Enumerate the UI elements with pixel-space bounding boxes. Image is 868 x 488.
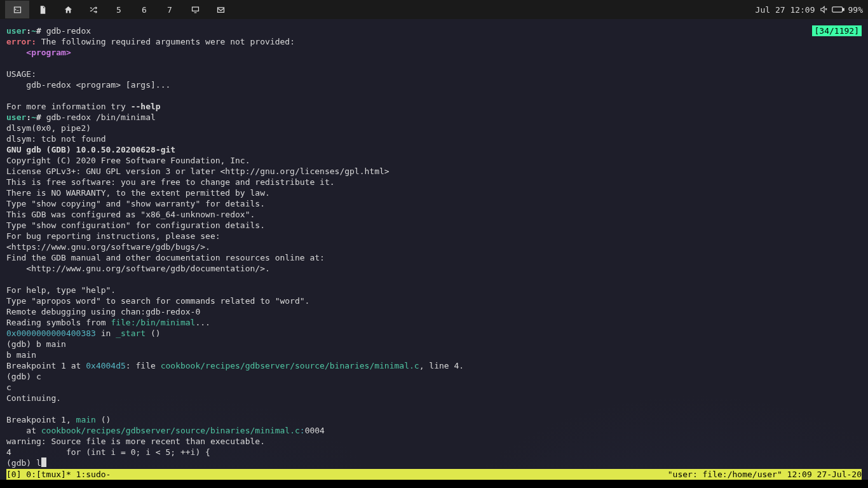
taskbar-right: Jul 27 12:09 99%: [756, 5, 863, 15]
home-icon[interactable]: [56, 1, 80, 18]
workspace-6[interactable]: 6: [132, 1, 156, 18]
output-line: License GPLv3+: GNU GPL version 3 or lat…: [6, 166, 390, 176]
battery-label: 99%: [848, 5, 863, 15]
cmd: gdb-redox: [46, 26, 91, 36]
usage-line: gdb-redox <program> [args]...: [6, 80, 170, 90]
output-line: warning: Source file is more recent than…: [6, 437, 265, 446]
cmd: gdb-redox /bin/minimal: [46, 112, 156, 122]
output-line: Continuing.: [6, 393, 61, 403]
taskbar-left: 5 6 7: [5, 1, 233, 18]
prompt-user: user: [6, 26, 26, 36]
terminal-content: user:~# gdb-redox error: The following r…: [6, 25, 862, 468]
output-line: <https://www.gnu.org/software/gdb/bugs/>…: [6, 242, 210, 252]
workspace-5[interactable]: 5: [107, 1, 131, 18]
prompt-sep: :: [26, 112, 31, 122]
bp-hit-symbol: main: [76, 415, 96, 424]
gdb-cmd: c: [36, 372, 41, 381]
bp-hit-post: (): [96, 415, 111, 424]
output-line: Remote debugging using chan:gdb-redox-0: [6, 307, 200, 316]
gdb-cmd: b main: [36, 339, 66, 349]
svg-rect-1: [843, 8, 844, 10]
mail-icon[interactable]: [208, 1, 233, 18]
error-label: error:: [6, 37, 36, 46]
reading-file: file:/bin/minimal: [111, 318, 195, 327]
prompt-host: ~: [31, 112, 36, 122]
prompt-user: user: [6, 112, 26, 122]
at-file: cookbook/recipes/gdbserver/source/binari…: [41, 426, 300, 435]
cursor-icon: [41, 458, 46, 467]
error-text: The following required arguments were no…: [36, 37, 295, 46]
prompt-hash: #: [36, 26, 46, 36]
output-line: Type "apropos word" to search for comman…: [6, 296, 309, 306]
bp-hit-pre: Breakpoint 1,: [6, 415, 76, 424]
output-line: There is NO WARRANTY, to the extent perm…: [6, 188, 270, 198]
parens: (): [146, 329, 160, 338]
missing-arg: <program>: [6, 48, 71, 57]
reading-pre: Reading symbols from: [6, 318, 111, 327]
source-line: 4 for (int i = 0; i < 5; ++i) {: [6, 447, 210, 457]
tmux-status-right: "user: file:/home/user" 12:09 27-Jul-20: [668, 469, 862, 480]
help-flag: --help: [131, 102, 161, 111]
reading-post: ...: [195, 318, 210, 327]
output-line: dlsym: tcb not found: [6, 134, 106, 144]
gdb-prompt: (gdb): [6, 372, 36, 381]
bp-mid: : file: [126, 361, 161, 370]
volume-icon[interactable]: [819, 5, 828, 14]
terminal-icon[interactable]: [5, 1, 29, 18]
prompt-hash: #: [36, 112, 46, 122]
output-line: Find the GDB manual and other documentat…: [6, 253, 325, 262]
output-line: For help, type "help".: [6, 285, 116, 295]
bp-pre: Breakpoint 1 at: [6, 361, 86, 370]
tmux-status-bar: [0] 0:[tmux]* 1:sudo- "user: file:/home/…: [6, 469, 862, 480]
workspace-7[interactable]: 7: [158, 1, 182, 18]
at-colon: :: [300, 426, 305, 435]
gdb-prompt: (gdb): [6, 458, 36, 468]
start-address: 0x0000000000400383: [6, 329, 96, 338]
in-text: in: [96, 329, 116, 338]
desktop-taskbar: 5 6 7 Jul 27 12:09 99%: [0, 0, 868, 19]
file-icon[interactable]: [31, 1, 55, 18]
output-line: <http://www.gnu.org/software/gdb/documen…: [6, 264, 270, 273]
battery-icon: [832, 6, 844, 13]
desktop-background: [0, 480, 868, 488]
moreinfo-pre: For more information try: [6, 102, 131, 111]
output-line: This GDB was configured as "x86_64-unkno…: [6, 210, 255, 219]
at-pre: at: [6, 426, 41, 435]
usage-header: USAGE:: [6, 69, 36, 79]
tmux-status-left[interactable]: [0] 0:[tmux]* 1:sudo-: [6, 469, 111, 480]
gdb-prompt: (gdb): [6, 339, 36, 349]
output-line: Type "show configuration" for configurat…: [6, 220, 265, 230]
prompt-host: ~: [31, 26, 36, 36]
at-line: 0004: [305, 426, 325, 435]
svg-rect-0: [832, 7, 842, 12]
output-line: Copyright (C) 2020 Free Software Foundat…: [6, 156, 250, 165]
output-line: For bug reporting instructions, please s…: [6, 231, 220, 241]
gdb-banner: GNU gdb (GDB) 10.0.50.20200628-git: [6, 145, 175, 154]
output-line: dlsym(0x0, pipe2): [6, 123, 91, 133]
shuffle-icon[interactable]: [81, 1, 105, 18]
clock-label: Jul 27 12:09: [756, 5, 815, 15]
gdb-echo: c: [6, 383, 11, 392]
monitor-icon[interactable]: [183, 1, 207, 18]
bp-file: cookbook/recipes/gdbserver/source/binari…: [161, 361, 419, 370]
bp-address: 0x4004d5: [86, 361, 126, 370]
output-line: This is free software: you are free to c…: [6, 177, 335, 187]
start-symbol: _start: [116, 329, 146, 338]
prompt-sep: :: [26, 26, 31, 36]
gdb-cmd: l: [36, 458, 41, 468]
terminal-window[interactable]: [34/1192] user:~# gdb-redox error: The f…: [0, 19, 868, 480]
gdb-echo: b main: [6, 350, 36, 360]
output-line: Type "show copying" and "show warranty" …: [6, 199, 265, 208]
bp-post: , line 4.: [419, 361, 464, 370]
